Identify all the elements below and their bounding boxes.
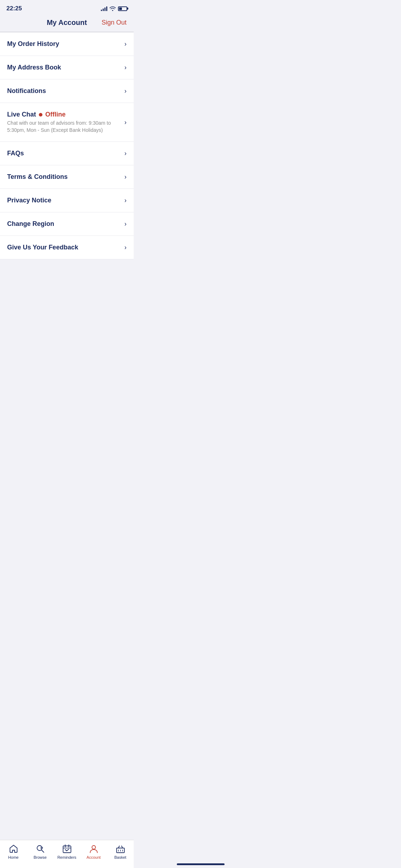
menu-item-terms[interactable]: Terms & Conditions › <box>0 165 134 189</box>
menu-label-change-region: Change Region <box>7 220 124 228</box>
offline-label: Offline <box>45 111 66 118</box>
menu-label-live-chat: Live Chat <box>7 111 36 118</box>
status-bar: 22:25 <box>0 0 134 14</box>
menu-item-faqs[interactable]: FAQs › <box>0 142 134 165</box>
menu-label-feedback: Give Us Your Feedback <box>7 244 124 251</box>
menu-label-notifications: Notifications <box>7 87 124 95</box>
menu-item-live-chat[interactable]: Live Chat Offline Chat with our team of … <box>0 103 134 142</box>
live-chat-description: Chat with our team of advisors from: 9:3… <box>7 120 124 134</box>
page-title: My Account <box>47 19 87 27</box>
menu-label-faqs: FAQs <box>7 150 124 157</box>
chevron-right-icon: › <box>124 197 127 204</box>
menu-label-order-history: My Order History <box>7 40 124 48</box>
chevron-right-icon: › <box>124 119 127 126</box>
status-time: 22:25 <box>6 5 22 12</box>
wifi-icon <box>109 6 116 11</box>
menu-item-privacy[interactable]: Privacy Notice › <box>0 189 134 212</box>
menu-item-address-book[interactable]: My Address Book › <box>0 56 134 79</box>
chevron-right-icon: › <box>124 173 127 181</box>
signal-icon <box>101 6 107 11</box>
empty-space <box>0 259 134 316</box>
chevron-right-icon: › <box>124 87 127 95</box>
chevron-right-icon: › <box>124 220 127 228</box>
chevron-right-icon: › <box>124 40 127 48</box>
chevron-right-icon: › <box>124 244 127 251</box>
menu-list: My Order History › My Address Book › Not… <box>0 32 134 259</box>
chevron-right-icon: › <box>124 150 127 157</box>
menu-label-terms: Terms & Conditions <box>7 173 124 181</box>
chevron-right-icon: › <box>124 64 127 71</box>
menu-item-order-history[interactable]: My Order History › <box>0 32 134 56</box>
menu-label-privacy: Privacy Notice <box>7 197 124 204</box>
menu-item-notifications[interactable]: Notifications › <box>0 79 134 103</box>
sign-out-button[interactable]: Sign Out <box>102 19 127 26</box>
page-header: My Account Sign Out <box>0 14 134 32</box>
offline-dot-icon <box>39 113 42 117</box>
menu-item-change-region[interactable]: Change Region › <box>0 212 134 236</box>
menu-item-feedback[interactable]: Give Us Your Feedback › <box>0 236 134 259</box>
menu-label-address-book: My Address Book <box>7 64 124 71</box>
battery-icon <box>118 6 127 11</box>
status-icons <box>101 6 127 11</box>
